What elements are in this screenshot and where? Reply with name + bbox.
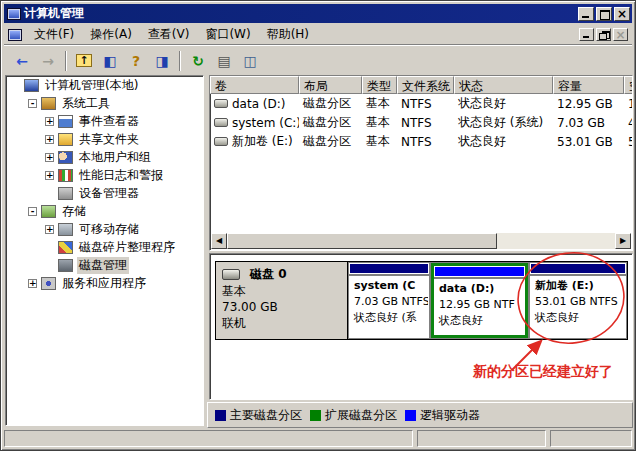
tree-item-7[interactable]: -存储 [6,202,203,220]
manage-computer-button[interactable]: ◫ [238,50,262,72]
show-pane-icon: ◨ [155,53,168,69]
tree-item-1[interactable]: -系统工具 [6,94,203,112]
partition-name: 新加卷 (E:) [535,278,621,294]
mdi-minimize-button[interactable] [579,28,594,41]
tree-item-0[interactable]: 计算机管理(本地) [6,76,203,94]
tree-item-10[interactable]: 磁盘管理 [6,256,203,274]
partition-type-bar [530,263,626,274]
volume-icon [214,118,228,127]
volume-row-0[interactable]: data (D:)磁盘分区基本NTFS状态良好12.95 GB12 [210,94,632,113]
partition-name: data (D:) [439,281,520,297]
tree-item-4[interactable]: +本地用户和组 [6,148,203,166]
expand-icon[interactable]: + [45,171,54,180]
tree-item-11[interactable]: +服务和应用程序 [6,274,203,292]
show-console-tree-icon: ◧ [103,53,116,69]
manage-computer-icon: ◫ [243,53,256,69]
column-header-2[interactable]: 类型 [362,76,397,94]
cell-volume: system (C:) [210,116,299,130]
back-button[interactable]: ← [10,50,34,72]
partition-legend: 主要磁盘分区扩展磁盘分区逻辑驱动器 [207,402,633,428]
menu-view[interactable]: 查看(V) [140,23,198,46]
tree-label: 本地用户和组 [77,149,153,166]
legend-item-1: 扩展磁盘分区 [310,407,397,424]
partition-2[interactable]: 新加卷 (E:)53.01 GB NTFS状态良好 [530,263,626,338]
status-cell-2 [550,430,632,447]
disk-management-icon [58,259,73,272]
menu-window[interactable]: 窗口(W) [197,23,258,46]
refresh-button[interactable]: ↻ [186,50,210,72]
column-header-0[interactable]: 卷 [210,76,299,94]
tree-label: 设备管理器 [77,185,141,202]
column-header-3[interactable]: 文件系统 [397,76,454,94]
tree-label: 事件查看器 [77,113,141,130]
forward-button[interactable]: → [36,50,60,72]
cell-volume: 新加卷 (E:) [210,133,299,150]
up-folder-button[interactable]: ↑ [72,50,96,72]
expand-icon[interactable]: + [45,153,54,162]
volume-row-1[interactable]: system (C:)磁盘分区基本NTFS状态良好 (系统)7.03 GB4. [210,113,632,132]
disk-graphical-panel: 磁盘 0 基本 73.00 GB 联机 system (C7.03 GB NTF… [209,253,633,400]
properties-button[interactable]: ▤ [212,50,236,72]
device-manager-icon [58,187,73,200]
tree-item-9[interactable]: 磁盘碎片整理程序 [6,238,203,256]
partition-line3: 状态良好 [535,310,621,326]
partition-label: data (D:)12.95 GB NTF状态良好 [434,279,525,335]
mdi-close-button[interactable] [613,28,628,41]
partitions-strip: system (C7.03 GB NTFS状态良好 (系data (D:)12.… [348,262,627,339]
horizontal-scrollbar[interactable]: ◀ ▶ [211,233,631,249]
cell-fs: NTFS [397,135,454,149]
cell-status: 状态良好 [454,133,553,150]
tree-item-2[interactable]: +事件查看器 [6,112,203,130]
scrollbar-thumb[interactable] [227,233,497,249]
maximize-button[interactable] [596,7,612,21]
column-header-1[interactable]: 布局 [299,76,362,94]
partition-1[interactable]: data (D:)12.95 GB NTF状态良好 [431,263,528,338]
help-pages-button[interactable]: ? [124,50,148,72]
collapse-icon[interactable]: - [28,207,37,216]
tree-item-3[interactable]: +共享文件夹 [6,130,203,148]
menu-action[interactable]: 操作(A) [82,23,140,46]
tree-item-5[interactable]: +性能日志和警报 [6,166,203,184]
removable-storage-icon [58,223,73,236]
scrollbar-track[interactable] [497,233,615,249]
help-pages-icon: ? [132,53,140,69]
up-folder-icon: ↑ [76,54,92,67]
tree-item-6[interactable]: 设备管理器 [6,184,203,202]
show-console-tree-button[interactable]: ◧ [98,50,122,72]
column-header-4[interactable]: 状态 [454,76,553,94]
legend-label: 主要磁盘分区 [230,407,302,424]
disk-status: 联机 [222,315,341,331]
tree-label: 共享文件夹 [77,131,141,148]
minimize-button[interactable] [578,7,594,21]
refresh-icon: ↻ [192,53,204,69]
legend-color-swatch [310,410,321,421]
expand-icon[interactable]: + [45,117,54,126]
menu-file[interactable]: 文件(F) [26,23,82,46]
partition-0[interactable]: system (C7.03 GB NTFS状态良好 (系 [349,263,429,338]
expand-icon[interactable]: + [28,279,37,288]
column-header-6[interactable]: 空 [624,76,632,94]
legend-item-2: 逻辑驱动器 [405,407,480,424]
cell-capacity: 53.01 GB [553,135,624,149]
partition-label: 新加卷 (E:)53.01 GB NTFS状态良好 [530,276,626,338]
tree-label: 可移动存储 [77,221,141,238]
scroll-right-icon[interactable]: ▶ [615,233,631,249]
collapse-icon[interactable]: - [28,99,37,108]
tree-item-8[interactable]: +可移动存储 [6,220,203,238]
mdi-restore-button[interactable] [596,28,611,41]
menu-help[interactable]: 帮助(H) [259,23,317,46]
close-button[interactable] [614,7,630,21]
show-pane-button[interactable]: ◨ [150,50,174,72]
tree-label: 性能日志和警报 [77,167,165,184]
status-cell-1 [417,430,546,447]
partition-line2: 7.03 GB NTFS [354,294,424,310]
shared-folders-icon [58,133,73,146]
disk-info-box[interactable]: 磁盘 0 基本 73.00 GB 联机 [216,262,348,339]
scroll-left-icon[interactable]: ◀ [211,233,227,249]
expand-icon[interactable]: + [45,135,54,144]
volume-icon [214,99,228,108]
tree-label: 磁盘管理 [77,257,129,274]
volume-row-2[interactable]: 新加卷 (E:)磁盘分区基本NTFS状态良好53.01 GB52 [210,132,632,151]
column-header-5[interactable]: 容量 [553,76,624,94]
expand-icon[interactable]: + [45,225,54,234]
